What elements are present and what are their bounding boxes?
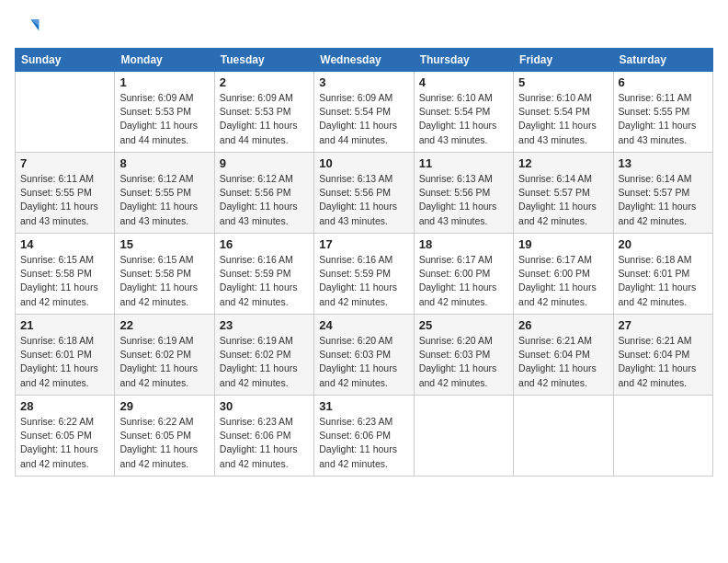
day-info: Sunrise: 6:13 AMSunset: 5:56 PMDaylight:… xyxy=(419,172,508,228)
day-number: 5 xyxy=(518,75,608,89)
calendar-cell: 1Sunrise: 6:09 AMSunset: 5:53 PMDaylight… xyxy=(115,72,214,153)
day-info: Sunrise: 6:10 AMSunset: 5:54 PMDaylight:… xyxy=(518,91,608,147)
calendar-week-row: 14Sunrise: 6:15 AMSunset: 5:58 PMDayligh… xyxy=(16,234,713,315)
day-number: 24 xyxy=(319,318,408,332)
calendar-cell: 18Sunrise: 6:17 AMSunset: 6:00 PMDayligh… xyxy=(414,234,513,315)
calendar-cell: 25Sunrise: 6:20 AMSunset: 6:03 PMDayligh… xyxy=(414,315,513,396)
day-info: Sunrise: 6:19 AMSunset: 6:02 PMDaylight:… xyxy=(220,334,309,390)
day-number: 14 xyxy=(20,237,109,251)
calendar-cell xyxy=(16,72,115,153)
day-info: Sunrise: 6:15 AMSunset: 5:58 PMDaylight:… xyxy=(119,253,209,309)
day-number: 18 xyxy=(419,237,508,251)
calendar-cell: 29Sunrise: 6:22 AMSunset: 6:05 PMDayligh… xyxy=(115,396,214,477)
day-number: 15 xyxy=(119,237,209,251)
calendar-cell: 10Sunrise: 6:13 AMSunset: 5:56 PMDayligh… xyxy=(314,153,414,234)
day-number: 19 xyxy=(518,237,608,251)
day-number: 3 xyxy=(319,75,408,89)
day-info: Sunrise: 6:09 AMSunset: 5:54 PMDaylight:… xyxy=(319,91,408,147)
calendar-cell: 6Sunrise: 6:11 AMSunset: 5:55 PMDaylight… xyxy=(613,72,712,153)
day-number: 12 xyxy=(518,156,608,170)
col-header-thursday: Thursday xyxy=(414,49,513,72)
day-number: 6 xyxy=(619,75,708,89)
day-info: Sunrise: 6:22 AMSunset: 6:05 PMDaylight:… xyxy=(119,415,209,471)
day-info: Sunrise: 6:09 AMSunset: 5:53 PMDaylight:… xyxy=(220,91,309,147)
calendar-cell: 2Sunrise: 6:09 AMSunset: 5:53 PMDaylight… xyxy=(214,72,313,153)
day-number: 25 xyxy=(419,318,508,332)
calendar-cell: 11Sunrise: 6:13 AMSunset: 5:56 PMDayligh… xyxy=(414,153,513,234)
day-info: Sunrise: 6:14 AMSunset: 5:57 PMDaylight:… xyxy=(518,172,608,228)
calendar-cell: 3Sunrise: 6:09 AMSunset: 5:54 PMDaylight… xyxy=(314,72,414,153)
day-number: 28 xyxy=(20,399,109,413)
calendar-cell: 31Sunrise: 6:23 AMSunset: 6:06 PMDayligh… xyxy=(314,396,414,477)
calendar-cell: 30Sunrise: 6:23 AMSunset: 6:06 PMDayligh… xyxy=(214,396,313,477)
day-info: Sunrise: 6:12 AMSunset: 5:55 PMDaylight:… xyxy=(119,172,209,228)
day-number: 9 xyxy=(220,156,309,170)
day-info: Sunrise: 6:11 AMSunset: 5:55 PMDaylight:… xyxy=(20,172,109,228)
day-number: 20 xyxy=(619,237,708,251)
calendar-week-row: 1Sunrise: 6:09 AMSunset: 5:53 PMDaylight… xyxy=(16,72,713,153)
day-info: Sunrise: 6:23 AMSunset: 6:06 PMDaylight:… xyxy=(220,415,309,471)
calendar-cell: 7Sunrise: 6:11 AMSunset: 5:55 PMDaylight… xyxy=(16,153,115,234)
day-info: Sunrise: 6:18 AMSunset: 6:01 PMDaylight:… xyxy=(619,253,708,309)
day-info: Sunrise: 6:12 AMSunset: 5:56 PMDaylight:… xyxy=(220,172,309,228)
calendar-week-row: 21Sunrise: 6:18 AMSunset: 6:01 PMDayligh… xyxy=(16,315,713,396)
calendar-cell: 23Sunrise: 6:19 AMSunset: 6:02 PMDayligh… xyxy=(214,315,313,396)
day-info: Sunrise: 6:18 AMSunset: 6:01 PMDaylight:… xyxy=(20,334,109,390)
day-info: Sunrise: 6:11 AMSunset: 5:55 PMDaylight:… xyxy=(619,91,708,147)
day-info: Sunrise: 6:21 AMSunset: 6:04 PMDaylight:… xyxy=(518,334,608,390)
calendar-cell: 12Sunrise: 6:14 AMSunset: 5:57 PMDayligh… xyxy=(514,153,613,234)
day-info: Sunrise: 6:16 AMSunset: 5:59 PMDaylight:… xyxy=(220,253,309,309)
day-number: 21 xyxy=(20,318,109,332)
logo-icon xyxy=(15,15,40,40)
day-number: 27 xyxy=(619,318,708,332)
col-header-monday: Monday xyxy=(115,49,214,72)
calendar-week-row: 28Sunrise: 6:22 AMSunset: 6:05 PMDayligh… xyxy=(16,396,713,477)
calendar-cell: 14Sunrise: 6:15 AMSunset: 5:58 PMDayligh… xyxy=(16,234,115,315)
col-header-sunday: Sunday xyxy=(16,49,115,72)
col-header-friday: Friday xyxy=(514,49,613,72)
calendar-header-row: SundayMondayTuesdayWednesdayThursdayFrid… xyxy=(16,49,713,72)
day-info: Sunrise: 6:22 AMSunset: 6:05 PMDaylight:… xyxy=(20,415,109,471)
day-info: Sunrise: 6:14 AMSunset: 5:57 PMDaylight:… xyxy=(619,172,708,228)
day-number: 10 xyxy=(319,156,408,170)
calendar-cell: 16Sunrise: 6:16 AMSunset: 5:59 PMDayligh… xyxy=(214,234,313,315)
calendar-cell: 24Sunrise: 6:20 AMSunset: 6:03 PMDayligh… xyxy=(314,315,414,396)
day-number: 29 xyxy=(119,399,209,413)
day-info: Sunrise: 6:23 AMSunset: 6:06 PMDaylight:… xyxy=(319,415,408,471)
day-number: 17 xyxy=(319,237,408,251)
day-info: Sunrise: 6:20 AMSunset: 6:03 PMDaylight:… xyxy=(319,334,408,390)
calendar-cell xyxy=(514,396,613,477)
day-info: Sunrise: 6:17 AMSunset: 6:00 PMDaylight:… xyxy=(419,253,508,309)
calendar-cell: 8Sunrise: 6:12 AMSunset: 5:55 PMDaylight… xyxy=(115,153,214,234)
day-info: Sunrise: 6:13 AMSunset: 5:56 PMDaylight:… xyxy=(319,172,408,228)
day-number: 23 xyxy=(220,318,309,332)
calendar-cell: 21Sunrise: 6:18 AMSunset: 6:01 PMDayligh… xyxy=(16,315,115,396)
col-header-saturday: Saturday xyxy=(613,49,712,72)
calendar-week-row: 7Sunrise: 6:11 AMSunset: 5:55 PMDaylight… xyxy=(16,153,713,234)
day-number: 8 xyxy=(119,156,209,170)
calendar-cell: 19Sunrise: 6:17 AMSunset: 6:00 PMDayligh… xyxy=(514,234,613,315)
calendar-cell xyxy=(613,396,712,477)
col-header-wednesday: Wednesday xyxy=(314,49,414,72)
calendar-cell: 5Sunrise: 6:10 AMSunset: 5:54 PMDaylight… xyxy=(514,72,613,153)
day-number: 2 xyxy=(220,75,309,89)
calendar-cell: 27Sunrise: 6:21 AMSunset: 6:04 PMDayligh… xyxy=(613,315,712,396)
calendar-cell: 28Sunrise: 6:22 AMSunset: 6:05 PMDayligh… xyxy=(16,396,115,477)
calendar-cell: 17Sunrise: 6:16 AMSunset: 5:59 PMDayligh… xyxy=(314,234,414,315)
logo xyxy=(15,15,44,40)
calendar-cell: 22Sunrise: 6:19 AMSunset: 6:02 PMDayligh… xyxy=(115,315,214,396)
calendar-cell: 4Sunrise: 6:10 AMSunset: 5:54 PMDaylight… xyxy=(414,72,513,153)
day-info: Sunrise: 6:15 AMSunset: 5:58 PMDaylight:… xyxy=(20,253,109,309)
calendar-cell xyxy=(414,396,513,477)
day-info: Sunrise: 6:16 AMSunset: 5:59 PMDaylight:… xyxy=(319,253,408,309)
day-info: Sunrise: 6:19 AMSunset: 6:02 PMDaylight:… xyxy=(119,334,209,390)
day-number: 26 xyxy=(518,318,608,332)
calendar-cell: 9Sunrise: 6:12 AMSunset: 5:56 PMDaylight… xyxy=(214,153,313,234)
day-number: 30 xyxy=(220,399,309,413)
calendar-cell: 13Sunrise: 6:14 AMSunset: 5:57 PMDayligh… xyxy=(613,153,712,234)
calendar-cell: 20Sunrise: 6:18 AMSunset: 6:01 PMDayligh… xyxy=(613,234,712,315)
day-info: Sunrise: 6:09 AMSunset: 5:53 PMDaylight:… xyxy=(119,91,209,147)
calendar-cell: 15Sunrise: 6:15 AMSunset: 5:58 PMDayligh… xyxy=(115,234,214,315)
day-number: 16 xyxy=(220,237,309,251)
calendar-table: SundayMondayTuesdayWednesdayThursdayFrid… xyxy=(15,48,713,477)
